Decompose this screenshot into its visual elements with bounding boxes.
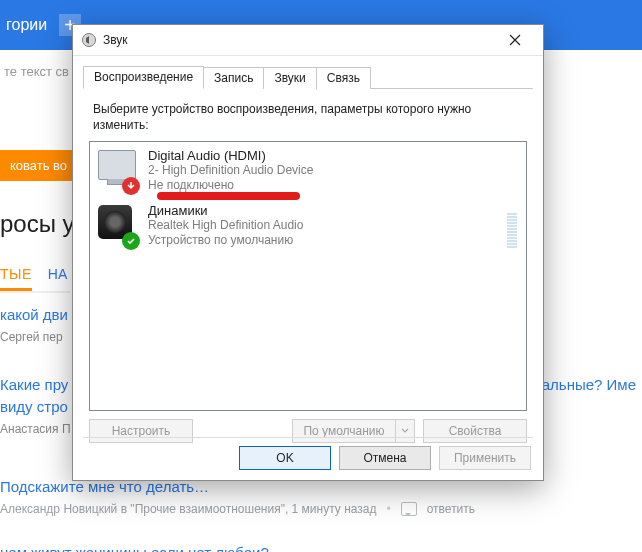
playback-hint: Выберите устройство воспроизведения, пар… bbox=[93, 101, 523, 133]
dialog-tabstrip: Воспроизведение Запись Звуки Связь bbox=[83, 64, 533, 89]
bg-q1-author: Сергей пер bbox=[0, 330, 63, 344]
close-icon bbox=[509, 34, 521, 46]
device-driver: 2- High Definition Audio Device bbox=[148, 163, 518, 178]
tab-recording[interactable]: Запись bbox=[203, 67, 264, 89]
ok-button[interactable]: OK bbox=[239, 446, 331, 470]
configure-button: Настроить bbox=[89, 419, 193, 443]
set-default-button: По умолчанию bbox=[292, 419, 395, 443]
device-item-hdmi[interactable]: Digital Audio (HDMI) 2- High Definition … bbox=[90, 142, 526, 197]
device-list[interactable]: Digital Audio (HDMI) 2- High Definition … bbox=[89, 141, 527, 411]
bg-q2-right: тальные? Име bbox=[535, 376, 636, 393]
speaker-icon bbox=[98, 203, 142, 248]
close-button[interactable] bbox=[495, 26, 535, 54]
device-item-speakers[interactable]: Динамики Realtek High Definition Audio У… bbox=[90, 197, 526, 252]
tab-playback[interactable]: Воспроизведение bbox=[83, 66, 204, 89]
dialog-titlebar[interactable]: Звук bbox=[73, 25, 543, 56]
bg-q2-sub: виду стро bbox=[0, 398, 68, 415]
meta-separator-dot: • bbox=[387, 502, 391, 516]
dialog-footer: OK Отмена Применить bbox=[239, 446, 531, 470]
tab-sounds[interactable]: Звуки bbox=[263, 67, 316, 89]
monitor-icon bbox=[98, 148, 142, 193]
bg-tab-new[interactable]: НА bbox=[48, 266, 67, 291]
dialog-title: Звук bbox=[103, 33, 495, 47]
device-driver: Realtek High Definition Audio bbox=[148, 218, 506, 233]
chevron-down-icon bbox=[395, 419, 415, 443]
status-disconnected-icon bbox=[122, 177, 140, 195]
device-name: Динамики bbox=[148, 203, 506, 218]
device-status: Устройство по умолчанию bbox=[148, 233, 506, 248]
set-default-splitbutton: По умолчанию bbox=[292, 419, 415, 443]
level-meter bbox=[506, 203, 518, 248]
bg-tabs: ТЫЕ НА bbox=[0, 266, 70, 293]
bg-q3-meta: Александр Новицкий в "Прочие взаимоотнош… bbox=[0, 502, 475, 516]
tab-panel-playback: Выберите устройство воспроизведения, пар… bbox=[83, 89, 533, 451]
properties-button: Свойства bbox=[423, 419, 527, 443]
apply-button: Применить bbox=[439, 446, 531, 470]
bg-topbar-text: гории bbox=[6, 16, 47, 34]
device-name: Digital Audio (HDMI) bbox=[148, 148, 518, 163]
cancel-button[interactable]: Отмена bbox=[339, 446, 431, 470]
bg-q3-answer-link[interactable]: ответить bbox=[427, 502, 475, 516]
bg-search-placeholder: те текст св bbox=[4, 64, 69, 79]
sound-dialog: Звук Воспроизведение Запись Звуки Связь … bbox=[72, 24, 544, 481]
bg-q1-title[interactable]: какой дви bbox=[0, 306, 68, 323]
bg-tab-open[interactable]: ТЫЕ bbox=[0, 266, 32, 291]
bg-q4-title[interactable]: нем живут женицины если нет любеи? bbox=[0, 544, 269, 552]
status-default-icon bbox=[122, 232, 140, 250]
tab-communications[interactable]: Связь bbox=[316, 67, 371, 89]
sound-icon bbox=[81, 32, 97, 48]
bg-q2-author: Анастасия П bbox=[0, 422, 71, 436]
bg-q3-meta-text: Александр Новицкий в "Прочие взаимоотнош… bbox=[0, 502, 377, 516]
device-status: Не подключено bbox=[148, 178, 518, 193]
bg-q2-title[interactable]: Какие пру bbox=[0, 376, 68, 393]
dialog-separator bbox=[83, 437, 533, 438]
comment-icon[interactable] bbox=[401, 502, 417, 516]
bg-publish-button[interactable]: ковать во bbox=[0, 150, 77, 181]
